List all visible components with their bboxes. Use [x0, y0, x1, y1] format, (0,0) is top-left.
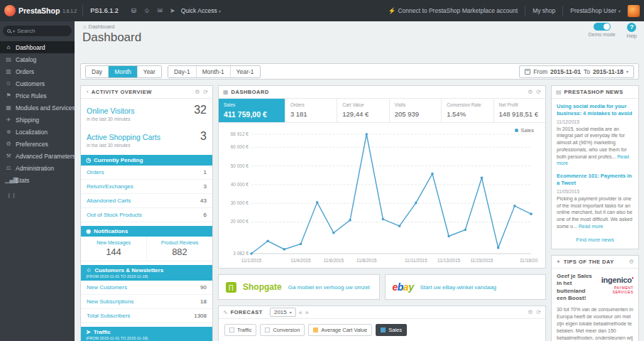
svg-text:11/18/2015: 11/18/2015	[520, 258, 538, 263]
cart-icon[interactable]: ⛁	[131, 7, 137, 14]
panel-tools: ⚙	[629, 259, 634, 265]
sidebar-item-stats[interactable]: ▁▄▇ Stats	[0, 174, 75, 186]
filter-day-button[interactable]: Day	[86, 66, 109, 77]
customers-icon[interactable]: ☺	[143, 7, 150, 14]
refresh-icon[interactable]: ⟳	[203, 89, 208, 95]
kpi-label: Sales	[224, 102, 280, 107]
total-subscribers-row[interactable]: Total Subscribers 1308	[81, 309, 212, 323]
my-shop-link[interactable]: My shop	[533, 7, 555, 14]
panel-tools: ⚙ ⟳	[528, 309, 541, 315]
caret-down-icon: ▾	[290, 310, 292, 315]
new-subscriptions-row[interactable]: New Subscriptions 18	[81, 295, 212, 309]
online-visitors-link[interactable]: Online Visitors	[87, 107, 135, 115]
date-range-picker[interactable]: From 2015-11-01 To 2015-11-18 ▾	[519, 65, 634, 78]
shop-name[interactable]: PS1.6.1.2	[82, 5, 126, 16]
sidebar-item-customers[interactable]: ☺ Customers	[0, 77, 75, 90]
caret-down-icon: ▾	[219, 9, 221, 13]
kpi-conversion-rate[interactable]: Conversion Rate 1.54%	[442, 99, 493, 122]
help-control[interactable]: ? Help	[627, 23, 637, 38]
refresh-icon[interactable]: ⟳	[536, 89, 541, 95]
sidebar-item-catalog[interactable]: ▤ Catalog	[0, 53, 75, 65]
sidebar-item-dashboard[interactable]: ⌂ Dashboard	[0, 41, 75, 53]
ebay-link[interactable]: Start uw eBay-winkel vandaag	[420, 284, 496, 291]
administration-icon: ⚖	[5, 165, 12, 171]
read-more-link[interactable]: Read more	[579, 224, 604, 229]
sidebar-item-advanced-parameters[interactable]: ⚒ Advanced Parameters	[0, 150, 75, 162]
marketplace-link[interactable]: ⚡ Connect to PrestaShop Marketplace acco…	[388, 7, 518, 14]
filter-year-button[interactable]: Year	[138, 66, 161, 77]
sidebar-item-preferences[interactable]: ⚙ Preferences	[0, 138, 75, 150]
messages-icon[interactable]: ✉	[158, 7, 163, 14]
pending-orders-row[interactable]: Orders 1	[81, 166, 212, 180]
news-body: Picking a payment provider is one of the…	[557, 195, 633, 230]
sidebar-item-localization[interactable]: ⊕ Localization	[0, 126, 75, 138]
row-label[interactable]: Abandoned Carts	[87, 197, 131, 204]
news-title-link[interactable]: Using social media for your business: 4 …	[557, 103, 633, 117]
news-title-link[interactable]: Ecommerce 101: Payments in a Tweet	[557, 173, 633, 187]
quick-access-menu[interactable]: Quick Access ▾	[181, 7, 221, 14]
sidebar-search[interactable]: ▾	[3, 26, 72, 36]
gear-icon[interactable]: ⚙	[629, 259, 634, 265]
product-reviews-cell[interactable]: Product Reviews 882	[146, 237, 212, 261]
kpi-orders[interactable]: Orders 3 181	[285, 99, 337, 122]
refresh-icon[interactable]: ⟳	[536, 309, 541, 315]
active-carts-link[interactable]: Active Shopping Carts	[87, 133, 160, 141]
dashboard-panel: ▦ DASHBOARD ⚙ ⟳ Sales 411 759,00 €	[218, 85, 546, 269]
ingenico-logo[interactable]: ingenico' payment services	[596, 273, 633, 303]
row-label[interactable]: Out of Stock Products	[87, 212, 142, 218]
caret-down-icon: ▾	[618, 9, 621, 13]
kpi-net-profit[interactable]: Net Profit 148 918,51 €	[494, 99, 545, 122]
forecast-toggle-average-cart-value[interactable]: Average Cart Value	[308, 324, 372, 336]
gear-icon[interactable]: ⚙	[528, 309, 533, 315]
sidebar-item-label: Preferences	[16, 141, 48, 148]
svg-text:11/15/2015: 11/15/2015	[470, 258, 493, 263]
gear-icon[interactable]: ⚙	[528, 89, 533, 95]
out-of-stock-row[interactable]: Out of Stock Products 6	[81, 208, 212, 222]
advanced-parameters-icon: ⚒	[5, 153, 12, 159]
ebay-letter: b	[398, 281, 403, 293]
arrow-icon: ➤	[86, 329, 91, 335]
forecast-toggle-sales[interactable]: Sales	[376, 324, 407, 336]
filter-month-button[interactable]: Month	[109, 66, 138, 77]
row-label[interactable]: New Customers	[87, 284, 127, 291]
kpi-sales[interactable]: Sales 411 759,00 €	[219, 99, 285, 122]
filter-year-1-button[interactable]: Year-1	[231, 66, 260, 77]
row-label[interactable]: Orders	[87, 169, 104, 175]
find-more-news-link[interactable]: Find more news	[552, 232, 638, 249]
pending-returns-row[interactable]: Return/Exchanges 3	[81, 180, 212, 194]
sidebar-item-orders[interactable]: ▥ Orders	[0, 65, 75, 77]
forecast-toggle-traffic[interactable]: Traffic	[224, 324, 256, 336]
new-messages-cell[interactable]: New Messages 144	[81, 237, 146, 261]
user-menu[interactable]: PrestaShop User ▾	[570, 7, 621, 14]
shopgate-link[interactable]: Ga mobiel en verhoog uw omzet	[288, 284, 370, 291]
help-icon[interactable]: ?	[627, 23, 636, 32]
row-label[interactable]: Return/Exchanges	[87, 183, 133, 190]
rocket-icon[interactable]: ➤	[170, 7, 175, 14]
forecast-toggle-conversion[interactable]: Conversion	[260, 324, 305, 336]
gear-icon[interactable]: ⚙	[195, 89, 200, 95]
row-label[interactable]: Total Subscribers	[87, 313, 130, 319]
avatar[interactable]	[628, 5, 640, 17]
sidebar-item-price-rules[interactable]: ⚑ Price Rules	[0, 90, 75, 102]
kpi-visits[interactable]: Visits 205 939	[390, 99, 442, 122]
demo-mode-toggle[interactable]	[594, 23, 611, 31]
sidebar-item-modules[interactable]: ▦ Modules and Services	[0, 102, 75, 114]
new-customers-row[interactable]: New Customers 90	[81, 281, 212, 295]
forecast-year-select[interactable]: 2015 ▾	[270, 308, 296, 317]
abandoned-carts-row[interactable]: Abandoned Carts 43	[81, 194, 212, 208]
filter-month-1-button[interactable]: Month-1	[197, 66, 231, 77]
search-input[interactable]	[17, 28, 60, 34]
sidebar-item-shipping[interactable]: ✈ Shipping	[0, 114, 75, 126]
previous-year-button[interactable]: «	[299, 309, 302, 316]
next-year-button[interactable]: »	[305, 309, 309, 316]
modules-icon: ▦	[5, 104, 12, 111]
sidebar-collapse-toggle[interactable]: ❙❙	[7, 193, 75, 198]
kpi-cart-value[interactable]: Cart Value 129,44 €	[337, 99, 389, 122]
sidebar-item-administration[interactable]: ⚖ Administration	[0, 162, 75, 174]
demo-mode-control[interactable]: Demo mode	[588, 23, 615, 38]
sales-chart-container: Sales 66 912 €60 000 €50 000 €40 000 €30…	[219, 123, 545, 268]
brand[interactable]: PrestaShop 1.6.1.2	[0, 5, 82, 16]
filter-day-1-button[interactable]: Day-1	[168, 66, 197, 77]
row-label[interactable]: New Subscriptions	[87, 298, 133, 305]
quick-access-label: Quick Access	[181, 7, 217, 14]
